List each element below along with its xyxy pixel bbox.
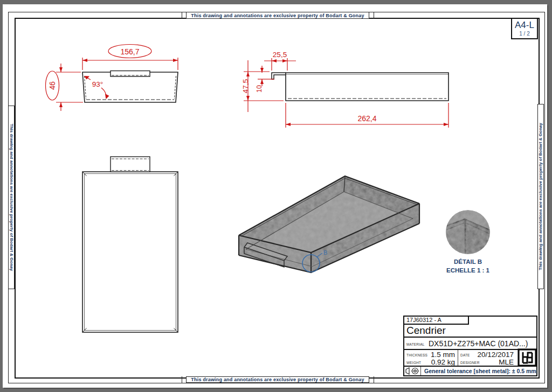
- property-banner-right-text: This drawing and annotations are exclusi…: [537, 104, 544, 289]
- weight-label: WEIGHT: [406, 361, 421, 365]
- property-banner-bottom: This drawing and annotations are exclusi…: [186, 376, 369, 383]
- date-label: DATE: [460, 353, 470, 357]
- drawing-number: 17J60312 - A: [404, 317, 469, 325]
- bg-logo: [518, 348, 537, 367]
- sheet-page-index: 1 / 2: [512, 31, 537, 37]
- property-banner-top: This drawing and annotations are exclusi…: [186, 12, 369, 19]
- property-banner-right: This drawing and annotations are exclusi…: [537, 104, 544, 289]
- material-label: MATERIAL: [406, 342, 425, 346]
- center-mark: [374, 376, 374, 383]
- thickness-value: 1.5 mm: [431, 351, 455, 359]
- center-mark: [182, 376, 182, 383]
- page-background: This drawing and annotations are exclusi…: [0, 0, 552, 392]
- thickness-label: THICKNESS: [406, 353, 427, 357]
- material-row: MATERIAL DX51D+Z275+MAC (01AD...): [404, 338, 536, 350]
- properties-row: THICKNESS 1.5 mm WEIGHT 0.92 kg DATE 20/…: [404, 350, 536, 367]
- property-banner-left: This drawing and annotations are exclusi…: [8, 106, 15, 289]
- part-title: Cendrier: [404, 325, 536, 338]
- designer-label: DESIGNER: [460, 361, 480, 365]
- general-tolerance-note: General tolerance [sheet metal]: ± 0.5 m…: [424, 368, 536, 374]
- center-mark: [182, 12, 182, 19]
- projection-symbol-icon: [404, 367, 421, 375]
- date-value: 20/12/2017: [477, 351, 514, 359]
- weight-value: 0.92 kg: [431, 358, 455, 366]
- center-mark: [374, 12, 374, 19]
- title-block: 17J60312 - A Cendrier MATERIAL DX51D+Z27…: [403, 316, 537, 376]
- material-value: DX51D+Z275+MAC (01AD...): [429, 339, 528, 348]
- sheet-format: A4-L: [512, 20, 537, 31]
- sheet-format-box: A4-L 1 / 2: [511, 18, 538, 39]
- designer-value: MLE: [499, 358, 514, 366]
- thickness-weight-column: THICKNESS 1.5 mm WEIGHT 0.92 kg: [404, 350, 458, 366]
- property-banner-left-text: This drawing and annotations are exclusi…: [8, 106, 15, 289]
- tolerance-row: General tolerance [sheet metal]: ± 0.5 m…: [404, 367, 536, 375]
